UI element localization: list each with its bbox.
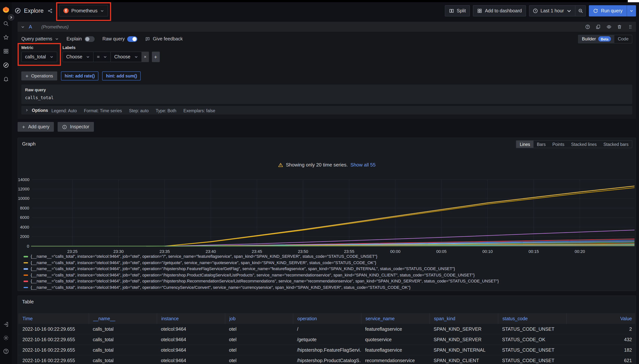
zoom-out-button[interactable] [576,6,586,16]
query-patterns-dropdown[interactable]: Query patterns [21,36,58,42]
chevron-right-icon [25,108,28,112]
graph-mode-bars[interactable]: Bars [534,141,549,148]
table-header-operation[interactable]: operation [293,313,361,324]
hide-response-eye-icon[interactable] [606,24,611,29]
table-header-time[interactable]: Time [18,313,89,324]
grafana-logo-icon[interactable] [2,6,10,16]
share-icon[interactable] [47,8,52,13]
search-icon[interactable] [3,20,9,26]
legend-item[interactable]: {__name__="calls_total", instance="otelc… [24,253,633,260]
table-header-value[interactable]: Value [566,313,636,324]
collapse-chevron-icon[interactable] [21,25,25,28]
table-header-status-code[interactable]: status_code [498,313,566,324]
legend-item[interactable]: {__name__="calls_total", instance="otelc… [24,290,633,291]
query-options-row[interactable]: Options Legend: AutoFormat: Time seriesS… [21,106,632,114]
table-row: 2022-10-16 00:22:29.655calls_totalotelco… [18,334,635,345]
give-feedback-link[interactable]: Give feedback [145,36,183,42]
legend-label: {__name__="calls_total", instance="otelc… [31,285,410,289]
label-value-select[interactable]: Choose [111,52,142,62]
starred-icon[interactable] [3,34,9,40]
metric-select[interactable]: calls_total [21,52,57,62]
table-header-instance[interactable]: instance [157,313,225,324]
legend-item[interactable]: {__name__="calls_total", instance="otelc… [24,278,633,284]
graph-legend: {__name__="calls_total", instance="otelc… [24,253,633,291]
alerting-bell-icon[interactable] [3,76,9,82]
code-tab[interactable]: Code [614,35,632,43]
table-panel: Table Time__name__instancejoboperationse… [18,296,636,364]
settings-gear-icon[interactable] [3,335,9,341]
show-all-series-link[interactable]: Show all 55 [350,162,376,168]
add-operation-button[interactable]: + Operations [21,72,57,80]
y-axis-tick: 8000 [18,206,29,210]
table-cell: calls_total [89,356,157,364]
explore-compass-icon[interactable] [3,62,9,68]
inspector-button[interactable]: Inspector [58,122,94,132]
remove-label-filter-button[interactable]: × [142,52,149,62]
builder-tab[interactable]: Builder Beta [578,35,614,43]
graph-series-line [31,246,634,246]
add-label-filter-button[interactable]: + [152,52,160,62]
editor-mode-switch: Builder Beta Code [578,34,632,43]
table-cell: 2022-10-16 00:22:29.655 [18,334,89,344]
labels-field-group: Labels Choose = [62,45,160,62]
query-ref-id: A [29,24,32,30]
query-options-summary: Legend: AutoFormat: Time seriesStep: aut… [52,107,222,114]
table-cell: 2022-10-16 00:22:29.655 [18,356,89,364]
table-header-job[interactable]: job [225,313,293,324]
table-cell: featureflagservice [361,324,430,334]
dashboards-icon[interactable] [3,48,9,54]
table-header-span-kind[interactable]: span_kind [430,313,498,324]
legend-item[interactable]: {__name__="calls_total", instance="otelc… [24,284,633,290]
explore-toolbar: Explore Prometheus Split [12,2,639,19]
raw-query-toggle[interactable] [128,36,138,42]
time-picker-group: Last 1 hour [529,5,586,16]
table-header-name[interactable]: __name__ [89,313,157,324]
time-range-button[interactable]: Last 1 hour [530,6,575,16]
datasource-picker[interactable]: Prometheus [59,5,108,16]
table-cell: otelcol:9464 [157,324,225,334]
sidebar-expand-button[interactable] [8,14,14,20]
graph-mode-lines[interactable]: Lines [516,141,534,148]
legend-item[interactable]: {__name__="calls_total", instance="otelc… [24,266,633,272]
window-top-strip [0,0,639,2]
run-query-dropdown-button[interactable] [627,5,636,16]
graph-panel: Graph LinesBarsPointsStacked linesStacke… [18,138,636,291]
graph-mode-points[interactable]: Points [549,141,568,148]
legend-item[interactable]: {__name__="calls_total", instance="otelc… [24,272,633,278]
hint-add-sum-button[interactable]: hint: add sum() [102,72,141,80]
time-series-plot[interactable] [31,178,634,248]
table-row: 2022-10-16 00:22:29.655calls_totalotelco… [18,324,635,334]
split-button[interactable]: Split [445,5,470,16]
legend-item[interactable]: {__name__="calls_total", instance="otelc… [24,260,633,266]
explain-toggle[interactable] [84,36,94,42]
label-operator-select[interactable]: = [94,52,111,62]
raw-query-value: calls_total [25,95,628,100]
chevron-down-icon [55,37,58,41]
duplicate-query-icon[interactable] [596,24,601,29]
options-label: Options [32,108,48,112]
remove-query-trash-icon[interactable] [617,24,622,29]
drag-handle-icon[interactable] [628,24,633,29]
table-cell: /getquote [293,334,361,344]
graph-mode-stacked-bars[interactable]: Stacked bars [600,141,632,148]
y-axis: 02000400060008000100001200014000 [18,178,29,248]
chevron-down-icon [630,9,634,12]
query-row-header[interactable]: A (Prometheus) [18,22,636,32]
graph-mode-stacked-lines[interactable]: Stacked lines [568,141,600,148]
option-summary-item: Type: Both [156,108,176,113]
help-icon[interactable] [3,348,9,354]
chevron-down-icon [134,55,138,59]
legend-label: {__name__="calls_total", instance="otelc… [31,266,455,271]
add-to-dashboard-button[interactable]: Add to dashboard [473,5,526,16]
add-query-button[interactable]: + Add query [18,122,54,132]
hint-add-rate-button[interactable]: hint: add rate() [61,72,98,80]
sign-in-icon[interactable] [3,321,9,327]
table-header-service-name[interactable]: service_name [361,313,430,324]
beta-badge: Beta [598,36,611,42]
label-key-select[interactable]: Choose [62,52,94,62]
x-axis-tick: 00:15 [520,249,547,254]
query-help-icon[interactable] [585,24,590,29]
run-query-button[interactable]: Run query [589,5,627,16]
prometheus-icon [63,8,69,14]
plus-icon: + [22,124,25,130]
